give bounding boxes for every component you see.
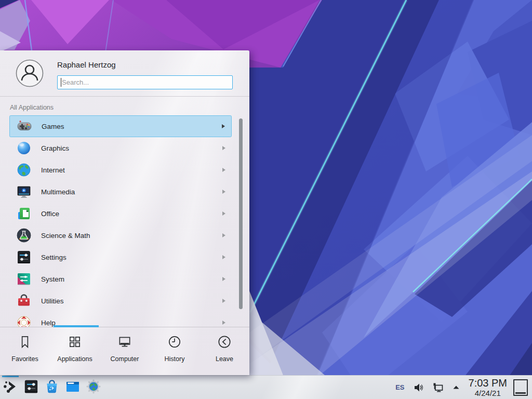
games-icon	[16, 118, 33, 135]
science-icon	[16, 227, 32, 244]
tab-history[interactable]: History	[150, 327, 200, 375]
tab-computer[interactable]: Computer	[100, 327, 150, 375]
category-games[interactable]: Games	[9, 115, 232, 137]
tab-leave[interactable]: Leave	[200, 327, 249, 375]
grid-icon	[67, 334, 83, 352]
settings-icon	[16, 249, 32, 265]
system-icon	[16, 271, 32, 287]
file-manager-icon	[65, 379, 81, 396]
tab-applications[interactable]: Applications	[50, 327, 100, 375]
network-icon[interactable]	[432, 382, 444, 393]
volume-icon[interactable]	[413, 382, 424, 393]
chevron-right-icon	[222, 211, 225, 216]
active-task-indicator	[2, 376, 19, 377]
system-settings-launcher[interactable]	[21, 376, 42, 399]
category-settings[interactable]: Settings	[0, 246, 249, 268]
tab-favorites[interactable]: Favorites	[0, 327, 50, 375]
clock-icon	[167, 334, 182, 352]
web-browser-launcher[interactable]	[83, 376, 104, 399]
category-internet[interactable]: Internet	[0, 159, 249, 181]
chevron-right-icon	[222, 277, 225, 281]
chevron-right-icon	[222, 168, 225, 172]
launcher-button[interactable]	[0, 376, 21, 399]
user-name: Raphael Hertzog	[57, 60, 116, 69]
keyboard-layout-indicator[interactable]: ES	[395, 383, 404, 391]
clock-date: 4/24/21	[475, 389, 501, 397]
header-divider	[0, 96, 249, 97]
chevron-right-icon	[222, 124, 225, 128]
category-list: Games Graphics	[0, 115, 249, 327]
chevron-right-icon	[222, 190, 225, 194]
discover-icon	[44, 379, 60, 396]
section-label: All Applications	[10, 104, 54, 111]
active-tab-indicator	[54, 325, 99, 327]
discover-launcher[interactable]	[42, 376, 62, 399]
category-office[interactable]: Office	[0, 203, 249, 224]
chevron-right-icon	[222, 146, 225, 150]
category-multimedia[interactable]: Multimedia	[0, 181, 249, 203]
graphics-icon	[16, 140, 32, 156]
expand-tray-icon[interactable]	[451, 383, 461, 392]
web-browser-icon	[86, 379, 101, 396]
app-launcher-icon	[3, 379, 18, 396]
internet-icon	[16, 162, 32, 178]
category-graphics[interactable]: Graphics	[0, 137, 249, 159]
scrollbar[interactable]	[239, 118, 243, 309]
taskbar: ES 7:03 PM 4/24/21	[0, 375, 532, 399]
chevron-right-icon	[222, 233, 225, 237]
clock-time: 7:03 PM	[469, 378, 507, 388]
category-utilities[interactable]: Utilities	[0, 290, 249, 312]
user-avatar[interactable]	[16, 59, 44, 87]
multimedia-icon	[16, 183, 32, 200]
utilities-icon	[16, 292, 32, 309]
help-icon	[16, 314, 32, 327]
bookmark-icon	[17, 334, 33, 352]
launcher-tab-bar: Favorites Applications Computer	[0, 327, 249, 375]
system-settings-icon	[23, 379, 39, 396]
category-science-math[interactable]: Science & Math	[0, 224, 249, 246]
show-desktop-button[interactable]	[513, 379, 528, 396]
search-input[interactable]	[57, 75, 233, 89]
office-icon	[16, 205, 32, 222]
launcher-header: Raphael Hertzog	[0, 50, 249, 96]
application-launcher-menu: Raphael Hertzog All Applications	[0, 50, 249, 375]
category-help[interactable]: Help	[0, 312, 249, 327]
chevron-right-icon	[222, 321, 225, 325]
category-system[interactable]: System	[0, 268, 249, 290]
chevron-right-icon	[222, 255, 225, 259]
leave-icon	[217, 334, 232, 352]
file-manager-launcher[interactable]	[62, 376, 83, 399]
clock[interactable]: 7:03 PM 4/24/21	[469, 378, 507, 397]
system-tray: ES 7:03 PM 4/24/21	[391, 376, 532, 399]
chevron-right-icon	[222, 299, 225, 303]
monitor-icon	[117, 334, 132, 352]
